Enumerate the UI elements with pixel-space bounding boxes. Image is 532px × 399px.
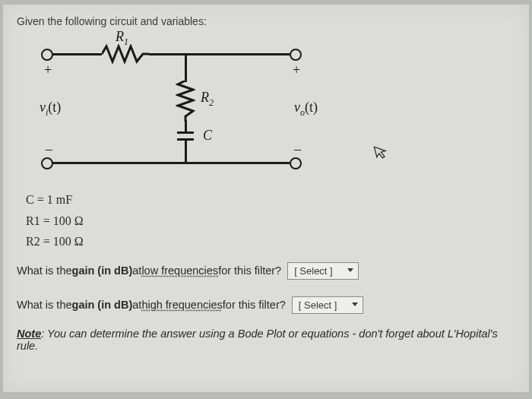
wire: [185, 120, 187, 131]
input-top-terminal: [41, 49, 53, 61]
chevron-down-icon: [347, 268, 353, 272]
input-bottom-terminal: [41, 157, 53, 169]
resistor-r2: [176, 81, 195, 122]
wire: [185, 141, 187, 163]
q1-post: for this filter?: [218, 264, 281, 277]
vi-v: v: [40, 100, 46, 115]
q2-post: for this filter?: [223, 299, 286, 311]
select-low-freq[interactable]: [ Select ]: [287, 262, 359, 280]
wire: [149, 53, 187, 55]
wire: [185, 53, 187, 82]
output-bottom-terminal: [290, 157, 302, 169]
vo-v: v: [294, 100, 300, 115]
circuit-diagram: + R1 R2 C + – –: [32, 35, 351, 187]
var-r2: R2 = 100 Ω: [26, 232, 515, 252]
input-plus: +: [44, 62, 52, 78]
cursor-icon: [373, 143, 390, 164]
wire: [52, 162, 187, 164]
var-c: C = 1 mF: [26, 190, 515, 210]
given-variables: C = 1 mF R1 = 100 Ω R2 = 100 Ω: [26, 190, 515, 252]
vi-arg: (t): [48, 100, 61, 115]
wire: [185, 162, 290, 164]
var-r1: R1 = 100 Ω: [26, 211, 515, 231]
select-high-freq[interactable]: [ Select ]: [292, 296, 363, 314]
vo-arg: (t): [305, 100, 318, 115]
label-r1: R1: [116, 29, 128, 48]
prompt-text: Given the following circuit and variable…: [17, 15, 515, 27]
capacitor-top-plate: [177, 131, 194, 134]
note-label: Note: [17, 328, 41, 340]
input-minus: –: [46, 141, 52, 157]
q1-pre: What is the: [17, 264, 72, 277]
note-body: : You can determine the answer using a B…: [17, 328, 498, 352]
q2-underline: high frequencies: [141, 299, 222, 311]
label-vi: vi(t): [40, 100, 61, 119]
wire: [52, 53, 102, 55]
r1-sub: 1: [124, 36, 128, 47]
note-text: Note: You can determine the answer using…: [17, 328, 515, 352]
q1-mid: at: [132, 264, 141, 277]
label-c: C: [203, 128, 212, 144]
select-high-placeholder: [ Select ]: [299, 299, 337, 311]
r2-letter: R: [201, 90, 209, 105]
label-vo: vo(t): [294, 100, 318, 119]
q2-pre: What is the: [17, 299, 72, 311]
q1-bold: gain (in dB): [72, 264, 133, 277]
wire: [187, 53, 290, 55]
q2-bold: gain (in dB): [72, 299, 133, 311]
question-page: Given the following circuit and variable…: [3, 5, 529, 392]
output-minus: –: [294, 141, 301, 157]
chevron-down-icon: [352, 302, 358, 306]
output-plus: +: [293, 62, 300, 78]
r1-letter: R: [116, 29, 124, 44]
q2-mid: at: [132, 299, 141, 311]
output-top-terminal: [290, 49, 302, 61]
label-r2: R2: [201, 90, 214, 109]
question-low-freq: What is the gain (in dB) at low frequenc…: [17, 262, 515, 280]
question-high-freq: What is the gain (in dB) at high frequen…: [17, 296, 515, 314]
r2-sub: 2: [209, 97, 214, 108]
q1-underline: low frequencies: [141, 264, 218, 277]
select-low-placeholder: [ Select ]: [294, 265, 333, 277]
